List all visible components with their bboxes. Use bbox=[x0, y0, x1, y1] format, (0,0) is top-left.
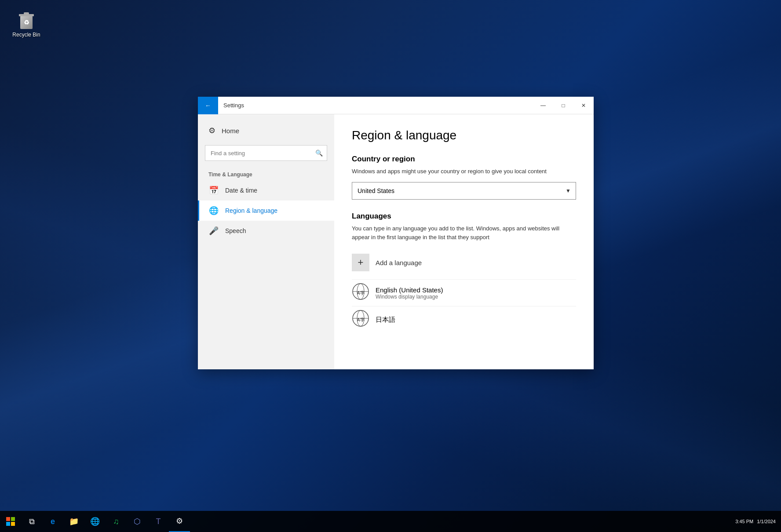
close-button[interactable]: ✕ bbox=[573, 97, 594, 114]
svg-text:A字: A字 bbox=[357, 317, 365, 322]
window-title: Settings bbox=[218, 102, 533, 109]
language-name-english: English (United States) bbox=[376, 286, 443, 294]
back-icon: ← bbox=[205, 102, 211, 109]
page-title: Region & language bbox=[352, 128, 576, 142]
date-time-label: Date & time bbox=[225, 187, 257, 194]
sidebar-item-speech[interactable]: 🎤 Speech bbox=[198, 221, 334, 241]
taskbar-tray: 3:45 PM 1/1/2024 bbox=[735, 519, 781, 524]
discord-icon: ⬡ bbox=[134, 517, 141, 526]
teams-icon: T bbox=[156, 517, 161, 526]
spotify-button[interactable]: ♫ bbox=[106, 511, 127, 532]
window-body: ⚙ Home 🔍 Time & Language 📅 Date & time 🌐… bbox=[198, 114, 594, 369]
svg-rect-2 bbox=[24, 12, 29, 15]
add-language-button[interactable]: + Add a language bbox=[352, 249, 576, 276]
edge-button[interactable]: e bbox=[42, 511, 63, 532]
title-bar: ← Settings — □ ✕ bbox=[198, 97, 594, 114]
teams-button[interactable]: T bbox=[148, 511, 169, 532]
main-content: Region & language Country or region Wind… bbox=[334, 114, 594, 369]
discord-button[interactable]: ⬡ bbox=[127, 511, 148, 532]
search-icon: 🔍 bbox=[315, 149, 323, 157]
language-item-english[interactable]: A字 English (United States) Windows displ… bbox=[352, 279, 576, 306]
sidebar-item-region-language[interactable]: 🌐 Region & language bbox=[198, 200, 334, 221]
languages-desc: You can type in any language you add to … bbox=[352, 224, 576, 243]
add-icon: + bbox=[352, 254, 369, 271]
taskbar: ⧉ e 📁 🌐 ♫ ⬡ T ⚙ 3:45 PM 1/1/2024 bbox=[0, 511, 781, 532]
language-info-japanese: 日本語 bbox=[376, 316, 395, 324]
task-view-icon: ⧉ bbox=[29, 517, 35, 526]
recycle-bin-image: ♻ bbox=[16, 9, 37, 30]
spotify-icon: ♫ bbox=[113, 517, 119, 526]
add-language-label: Add a language bbox=[376, 259, 422, 266]
language-info-english: English (United States) Windows display … bbox=[376, 286, 443, 300]
language-item-japanese[interactable]: A字 日本語 bbox=[352, 306, 576, 333]
region-language-label: Region & language bbox=[225, 207, 277, 214]
country-section-title: Country or region bbox=[352, 155, 576, 164]
window-controls: — □ ✕ bbox=[533, 97, 594, 114]
sidebar-item-date-time[interactable]: 📅 Date & time bbox=[198, 180, 334, 200]
recycle-bin-label: Recycle Bin bbox=[12, 32, 40, 38]
tray-clock: 3:45 PM bbox=[735, 519, 753, 524]
sidebar-section-label: Time & Language bbox=[198, 166, 334, 180]
home-label: Home bbox=[222, 127, 239, 135]
date-time-icon: 📅 bbox=[208, 186, 219, 195]
home-icon: ⚙ bbox=[208, 126, 215, 135]
back-button[interactable]: ← bbox=[198, 97, 218, 114]
settings-taskbar-button[interactable]: ⚙ bbox=[169, 511, 190, 532]
search-input[interactable] bbox=[205, 145, 327, 161]
settings-window: ← Settings — □ ✕ ⚙ Home 🔍 T bbox=[198, 97, 594, 369]
country-section-desc: Windows and apps might use your country … bbox=[352, 167, 576, 176]
maximize-button[interactable]: □ bbox=[553, 97, 573, 114]
edge-icon: e bbox=[51, 517, 55, 526]
minimize-button[interactable]: — bbox=[533, 97, 553, 114]
sidebar-search[interactable]: 🔍 bbox=[205, 145, 327, 161]
language-icon-english: A字 bbox=[352, 284, 369, 302]
settings-taskbar-icon: ⚙ bbox=[176, 516, 183, 526]
windows-logo-icon bbox=[6, 517, 15, 526]
svg-text:♻: ♻ bbox=[24, 19, 29, 26]
chrome-icon: 🌐 bbox=[90, 517, 100, 526]
sidebar-item-home[interactable]: ⚙ Home bbox=[198, 121, 334, 140]
region-language-icon: 🌐 bbox=[208, 206, 219, 215]
recycle-bin-icon[interactable]: ♻ Recycle Bin bbox=[9, 9, 44, 38]
speech-label: Speech bbox=[225, 227, 246, 234]
speech-icon: 🎤 bbox=[208, 226, 219, 236]
language-name-japanese: 日本語 bbox=[376, 316, 395, 324]
chrome-button[interactable]: 🌐 bbox=[84, 511, 106, 532]
tray-date: 1/1/2024 bbox=[757, 519, 776, 524]
country-select[interactable]: United States bbox=[352, 182, 576, 200]
sidebar: ⚙ Home 🔍 Time & Language 📅 Date & time 🌐… bbox=[198, 114, 334, 369]
task-view-button[interactable]: ⧉ bbox=[21, 511, 42, 532]
svg-text:A字: A字 bbox=[357, 291, 365, 295]
file-explorer-button[interactable]: 📁 bbox=[63, 511, 84, 532]
languages-title: Languages bbox=[352, 212, 576, 221]
language-sublabel-english: Windows display language bbox=[376, 294, 443, 300]
file-explorer-icon: 📁 bbox=[69, 517, 79, 526]
start-button[interactable] bbox=[0, 511, 21, 532]
country-select-wrapper[interactable]: United States ▼ bbox=[352, 182, 576, 200]
languages-section: Languages You can type in any language y… bbox=[352, 212, 576, 333]
language-icon-japanese: A字 bbox=[352, 311, 369, 328]
